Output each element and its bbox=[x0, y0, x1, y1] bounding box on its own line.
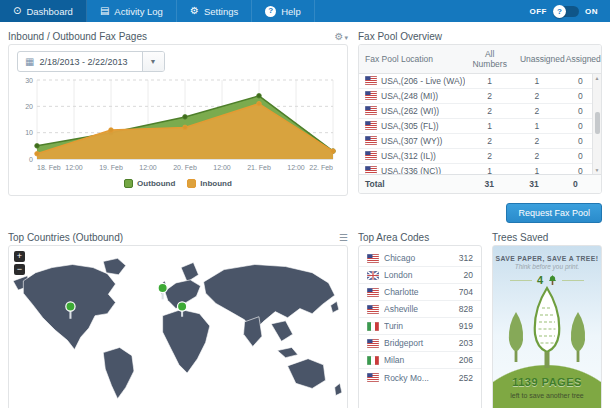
request-fax-pool-button[interactable]: Request Fax Pool bbox=[506, 203, 602, 223]
total-unassigned: 31 bbox=[512, 179, 556, 189]
table-row: USA,(305 (FL))110 bbox=[359, 119, 601, 134]
scrollbar-up-arrow[interactable]: ▲ bbox=[593, 75, 601, 81]
nav-item-activity-log[interactable]: ▤Activity Log bbox=[87, 0, 177, 22]
location-label: USA,(206 - Live (WA)) bbox=[381, 76, 465, 86]
scrollbar-thumb[interactable] bbox=[595, 112, 600, 134]
nav-item-label: Settings bbox=[204, 6, 238, 17]
nav-item-help[interactable]: ?Help bbox=[252, 0, 315, 22]
nav-item-settings[interactable]: ⚙Settings bbox=[177, 0, 252, 22]
list-item: Rocky Mo...252 bbox=[359, 369, 481, 386]
scrollbar-down-arrow[interactable]: ▼ bbox=[593, 167, 601, 173]
total-all-numbers: 31 bbox=[466, 179, 512, 189]
pages-remaining-note: left to save another tree bbox=[493, 392, 601, 399]
legend-item-outbound[interactable]: Outbound bbox=[124, 179, 175, 188]
think-before-print-tagline: Think before you print. bbox=[493, 263, 601, 270]
nav-item-dashboard[interactable]: ⊙Dashboard bbox=[0, 0, 87, 22]
date-dropdown-button[interactable]: ▼ bbox=[142, 52, 164, 71]
cell-location: USA,(312 (IL)) bbox=[359, 149, 465, 164]
cell-unassigned: 1 bbox=[514, 119, 560, 134]
cell-all-numbers: 2 bbox=[465, 149, 513, 164]
save-paper-headline: SAVE PAPER, SAVE A TREE! bbox=[493, 255, 601, 262]
col-header-assigned: Assigned bbox=[560, 45, 601, 74]
area-code-city: Rocky Mo... bbox=[384, 373, 459, 383]
top-navbar: ⊙Dashboard▤Activity Log⚙Settings?Help OF… bbox=[0, 0, 610, 22]
service-on-label: ON bbox=[585, 7, 598, 16]
activity-log-icon: ▤ bbox=[100, 6, 109, 16]
svg-text:12:00: 12:00 bbox=[65, 164, 83, 171]
total-assigned: 0 bbox=[556, 179, 595, 189]
small-tree-icon bbox=[548, 275, 557, 286]
cell-unassigned: 2 bbox=[514, 149, 560, 164]
svg-text:0: 0 bbox=[29, 156, 33, 163]
date-range-picker[interactable]: ▦ 2/18/2013 - 2/22/2013 ▼ bbox=[17, 51, 165, 72]
fax-pages-area-chart: 010203018. Feb12:0019. Feb12:0020. Feb12… bbox=[17, 75, 339, 178]
settings-icon: ⚙ bbox=[190, 6, 199, 16]
cell-location: USA,(206 - Live (WA)) bbox=[359, 74, 465, 89]
legend-label: Outbound bbox=[137, 179, 175, 188]
trees-saved-title: Trees Saved bbox=[492, 232, 548, 243]
table-row: USA,(307 (WY))220 bbox=[359, 134, 601, 149]
nav-item-label: Activity Log bbox=[114, 6, 163, 17]
table-row: USA,(336 (NC))110 bbox=[359, 164, 601, 175]
area-code-number: 203 bbox=[459, 338, 473, 348]
toggle-help-knob[interactable]: ? bbox=[553, 5, 566, 18]
map-zoom-in-button[interactable]: + bbox=[14, 251, 25, 262]
fax-pool-scroll-area: USA,(206 - Live (WA))110USA,(248 (MI))22… bbox=[359, 74, 601, 174]
svg-text:10: 10 bbox=[25, 129, 33, 136]
location-label: USA,(305 (FL)) bbox=[381, 121, 439, 131]
calendar-icon: ▦ bbox=[18, 56, 39, 67]
col-header-location: Fax Pool Location bbox=[359, 45, 465, 74]
list-view-icon[interactable]: ☰ bbox=[339, 232, 348, 243]
total-label: Total bbox=[365, 179, 466, 189]
legend-label: Inbound bbox=[200, 179, 232, 188]
location-label: USA,(307 (WY)) bbox=[381, 136, 442, 146]
cell-all-numbers: 1 bbox=[465, 164, 513, 175]
table-row: USA,(262 (WI))220 bbox=[359, 104, 601, 119]
map-zoom-out-button[interactable]: − bbox=[14, 264, 25, 275]
cell-all-numbers: 2 bbox=[465, 89, 513, 104]
svg-text:12:00: 12:00 bbox=[139, 164, 157, 171]
area-code-city: Bridgeport bbox=[384, 338, 459, 348]
cell-unassigned: 1 bbox=[514, 74, 560, 89]
area-code-city: London bbox=[384, 270, 464, 280]
pages-remaining-count: 1139 PAGES bbox=[493, 376, 601, 388]
nav-right-controls: OFF ? ON bbox=[530, 0, 610, 22]
list-item: Bridgeport203 bbox=[359, 335, 481, 352]
cell-unassigned: 2 bbox=[514, 134, 560, 149]
top-area-codes-title: Top Area Codes bbox=[358, 232, 429, 243]
svg-text:20: 20 bbox=[25, 103, 33, 110]
trees-saved-panel: SAVE PAPER, SAVE A TREE! Think before yo… bbox=[492, 245, 602, 408]
svg-text:20. Feb: 20. Feb bbox=[173, 164, 197, 171]
legend-item-inbound[interactable]: Inbound bbox=[187, 179, 232, 188]
service-toggle[interactable]: ? bbox=[553, 6, 579, 17]
date-range-value: 2/18/2013 - 2/22/2013 bbox=[39, 57, 141, 67]
list-item: London20 bbox=[359, 267, 481, 284]
world-map[interactable] bbox=[9, 246, 347, 408]
svg-text:19. Feb: 19. Feb bbox=[99, 164, 123, 171]
table-row: USA,(248 (MI))220 bbox=[359, 89, 601, 104]
table-scrollbar[interactable]: ▲ ▼ bbox=[592, 74, 601, 174]
fax-pages-title: Inbound / Outbound Fax Pages bbox=[8, 31, 147, 42]
cell-all-numbers: 1 bbox=[465, 74, 513, 89]
area-code-number: 312 bbox=[459, 253, 473, 263]
list-item: Milan206 bbox=[359, 352, 481, 369]
area-code-city: Turin bbox=[384, 321, 459, 331]
cell-all-numbers: 1 bbox=[465, 119, 513, 134]
cell-all-numbers: 2 bbox=[465, 104, 513, 119]
cell-location: USA,(262 (WI)) bbox=[359, 104, 465, 119]
cell-location: USA,(307 (WY)) bbox=[359, 134, 465, 149]
area-code-city: Charlotte bbox=[384, 287, 459, 297]
svg-text:21. Feb: 21. Feb bbox=[247, 164, 271, 171]
fax-pages-panel: ▦ 2/18/2013 - 2/22/2013 ▼ 010203018. Feb… bbox=[8, 44, 348, 196]
area-code-number: 252 bbox=[459, 373, 473, 383]
fax-pool-total-row: Total 31 31 0 bbox=[359, 174, 601, 193]
dashboard-icon: ⊙ bbox=[13, 6, 21, 16]
cell-location: USA,(248 (MI)) bbox=[359, 89, 465, 104]
nav-item-label: Dashboard bbox=[26, 6, 72, 17]
fax-pool-table: Fax Pool Location All Numbers Unassigned… bbox=[358, 44, 602, 194]
service-off-label: OFF bbox=[530, 7, 548, 16]
col-header-unassigned: Unassigned bbox=[514, 45, 560, 74]
area-code-number: 828 bbox=[459, 304, 473, 314]
chart-settings-gear-icon[interactable]: ⚙▾ bbox=[335, 31, 348, 42]
list-item: Asheville828 bbox=[359, 301, 481, 318]
